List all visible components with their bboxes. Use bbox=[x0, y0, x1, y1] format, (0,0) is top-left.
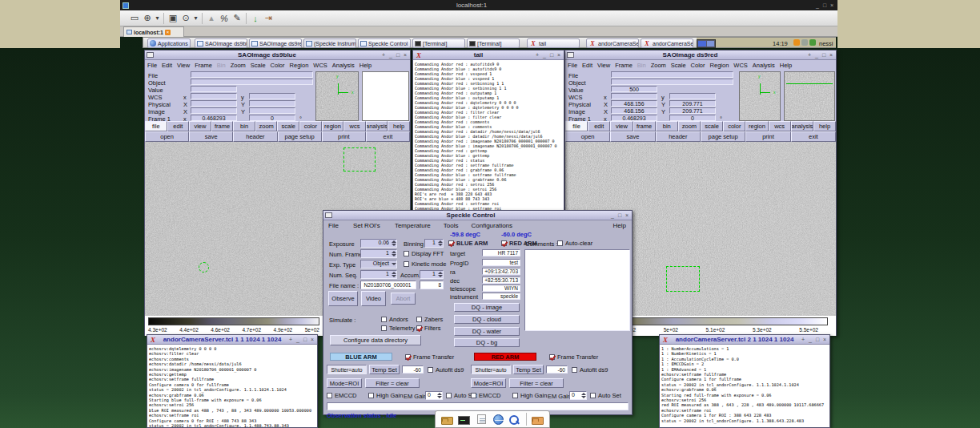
exit-button[interactable]: exit bbox=[366, 131, 410, 142]
exit-button[interactable]: exit bbox=[791, 131, 836, 142]
window-menu-icon[interactable] bbox=[567, 52, 574, 58]
region-button[interactable]: region bbox=[322, 121, 344, 131]
accum-value[interactable]: 1 bbox=[420, 271, 437, 278]
vnc-tab[interactable]: localhost:1 × bbox=[123, 26, 184, 37]
menu-file[interactable]: File bbox=[565, 62, 580, 69]
maximize-button[interactable]: □ bbox=[821, 51, 827, 59]
ra-field[interactable]: +09:13:42.703 bbox=[482, 268, 520, 275]
zoom-button[interactable]: zoom bbox=[255, 121, 278, 131]
num-frames-value[interactable]: 1 bbox=[361, 250, 391, 257]
colorbar[interactable] bbox=[148, 317, 319, 325]
blue-temp-set-button[interactable]: Temp Set bbox=[369, 365, 400, 374]
red-autofit-checkbox[interactable]: Autofit ds9 bbox=[572, 366, 608, 373]
view-button[interactable]: view bbox=[189, 121, 211, 131]
frame-button[interactable]: frame bbox=[211, 121, 234, 131]
red-mode-button[interactable]: Mode=ROI bbox=[471, 378, 506, 388]
search-icon[interactable] bbox=[508, 414, 520, 426]
save-button[interactable]: save bbox=[610, 131, 655, 142]
blue-emccd-checkbox[interactable]: EMCCD bbox=[327, 392, 357, 399]
file-button[interactable]: file bbox=[565, 121, 588, 131]
dq-water-button[interactable]: DQ - water bbox=[454, 327, 520, 336]
window-copy-icon[interactable]: ▣ bbox=[167, 13, 179, 23]
applications-menu[interactable]: Applications bbox=[147, 38, 191, 48]
simulate-andors-checkbox[interactable]: Andors bbox=[381, 316, 408, 323]
stepper-arrows-icon[interactable] bbox=[436, 392, 442, 399]
analysis-button[interactable]: analysis bbox=[791, 121, 813, 131]
monitor-status-icon[interactable] bbox=[809, 39, 816, 46]
pin-button[interactable]: + bbox=[800, 336, 806, 344]
menu-temperature[interactable]: Temperature bbox=[392, 222, 433, 229]
menu-help[interactable]: Help bbox=[777, 62, 794, 69]
header-button[interactable]: header bbox=[656, 131, 701, 142]
open-button[interactable]: open bbox=[565, 131, 610, 142]
menu-help[interactable]: Help bbox=[357, 62, 374, 69]
download-icon[interactable]: ↓ bbox=[249, 14, 262, 23]
navigation-icon[interactable]: ⊕ bbox=[141, 13, 154, 23]
disconnect-icon[interactable]: ⇥ bbox=[262, 13, 275, 23]
vnc-maximize-button[interactable]: □ bbox=[821, 2, 828, 10]
stepper-arrows-icon[interactable] bbox=[391, 250, 396, 257]
file-seq-field[interactable]: 8 bbox=[420, 281, 444, 289]
zoom-button[interactable]: zoom bbox=[678, 121, 701, 131]
chevron-down-icon[interactable]: ▾ bbox=[192, 14, 199, 22]
red-em-gain-stepper[interactable]: 0 bbox=[569, 391, 587, 400]
window-menu-icon[interactable] bbox=[325, 212, 332, 218]
window-menu-icon[interactable] bbox=[147, 52, 154, 58]
blue-shutter-button[interactable]: Shutter=auto bbox=[327, 365, 367, 374]
menu-configurations[interactable]: Configurations bbox=[468, 222, 515, 229]
menu-zoom[interactable]: Zoom bbox=[649, 62, 669, 69]
region-button[interactable]: region bbox=[745, 121, 768, 131]
blue-mode-button[interactable]: Mode=ROI bbox=[327, 378, 362, 388]
maximize-button[interactable]: □ bbox=[617, 212, 623, 220]
red-filter-button[interactable]: Filter = clear bbox=[509, 378, 564, 388]
page-setup-button[interactable]: page setup bbox=[278, 131, 322, 142]
scale-button[interactable]: scale bbox=[277, 121, 299, 131]
andorcamera-blue-output[interactable]: echosrv:dqtelemetry 0 0 0 0 echosrv:filt… bbox=[147, 345, 317, 427]
taskbar-window-terminal-1[interactable]: [Terminal] bbox=[412, 38, 465, 48]
menu-analysis[interactable]: Analysis bbox=[750, 62, 777, 69]
page-setup-button[interactable]: page setup bbox=[701, 131, 745, 142]
taskbar-window-andorcamera-2[interactable]: XandorCameraSe... bbox=[641, 38, 693, 48]
comments-textarea[interactable] bbox=[524, 249, 630, 331]
blue-autofit-checkbox[interactable]: Autofit ds9 bbox=[428, 366, 464, 373]
andorcamera-red-titlebar[interactable]: X andorCameraServer.tcl 2 1 1024 1 1024 … bbox=[660, 335, 829, 345]
edit-button[interactable]: edit bbox=[588, 121, 610, 131]
workspace-1[interactable] bbox=[698, 41, 706, 46]
num-seq-value[interactable]: 1 bbox=[361, 271, 391, 278]
blue-temp-field[interactable]: -60 bbox=[402, 365, 424, 373]
web-browser-icon[interactable] bbox=[493, 414, 504, 425]
screenshot-icon[interactable]: ▴ bbox=[205, 13, 218, 23]
menu-edit[interactable]: Edit bbox=[580, 62, 595, 69]
wcs-button[interactable]: wcs bbox=[343, 121, 366, 131]
open-button[interactable]: open bbox=[145, 131, 189, 142]
workspace-2[interactable] bbox=[707, 41, 715, 46]
blue-high-gain-checkbox[interactable]: High Gain bbox=[368, 392, 403, 399]
text-editor-icon[interactable] bbox=[477, 414, 486, 424]
file-name-field[interactable]: N20180706_000001 bbox=[360, 281, 416, 289]
tail-titlebar[interactable]: X tail + _ □ × bbox=[413, 50, 564, 60]
dq-image-button[interactable]: DQ - image bbox=[454, 303, 520, 312]
menu-frame[interactable]: Frame bbox=[612, 62, 635, 69]
frame-button[interactable]: frame bbox=[633, 121, 656, 131]
accum-stepper[interactable]: 1 bbox=[420, 270, 444, 279]
taskbar-window-speckle-control[interactable]: Speckle Control bbox=[358, 38, 411, 48]
minimize-button[interactable]: _ bbox=[295, 336, 301, 344]
notification-icon[interactable] bbox=[793, 39, 800, 46]
blue-arm-checkbox[interactable]: BLUE ARM bbox=[448, 240, 488, 247]
menu-analysis[interactable]: Analysis bbox=[330, 62, 357, 69]
menu-color[interactable]: Color bbox=[268, 62, 287, 69]
minimize-button[interactable]: _ bbox=[609, 212, 616, 220]
andorcamera-red-output[interactable]: 1 : NumberAccumulations = 1 1 : NumberKi… bbox=[660, 345, 829, 427]
ds9blue-titlebar[interactable]: SAOImage ds9blue + _ □ × bbox=[145, 50, 410, 60]
menu-view[interactable]: View bbox=[175, 62, 192, 69]
help-button[interactable]: help bbox=[813, 121, 836, 131]
region-box[interactable] bbox=[343, 147, 376, 172]
telescope-field[interactable]: WIYN bbox=[482, 285, 520, 292]
menu-region[interactable]: Region bbox=[287, 62, 311, 69]
edit-button[interactable]: edit bbox=[167, 121, 190, 131]
fullscreen-icon[interactable]: ▭ bbox=[128, 13, 141, 23]
close-button[interactable]: × bbox=[402, 51, 408, 59]
view-button[interactable]: view bbox=[610, 121, 633, 131]
region-box[interactable] bbox=[666, 266, 700, 292]
menu-edit[interactable]: Edit bbox=[159, 62, 175, 69]
